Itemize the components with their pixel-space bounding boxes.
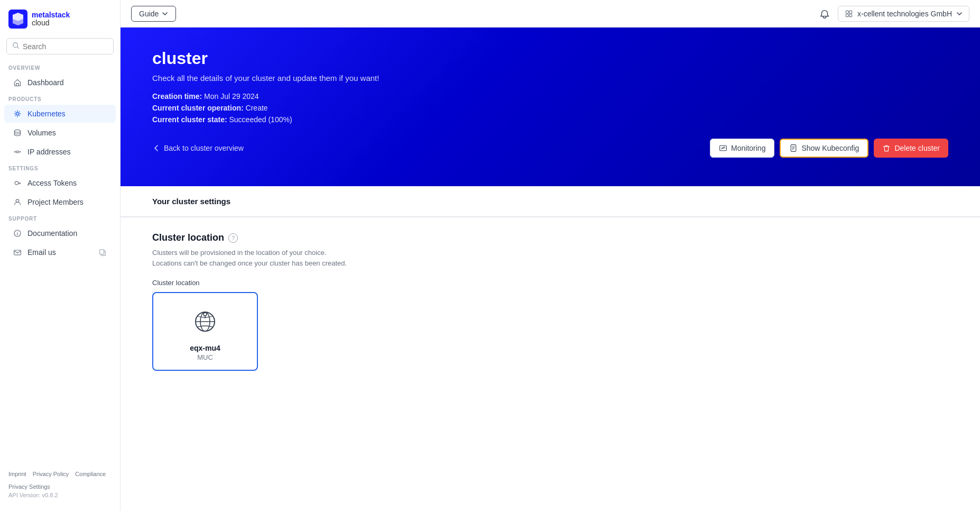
hero-actions: Back to cluster overview Monitoring Show… bbox=[152, 139, 948, 172]
location-card[interactable]: eqx-mu4 MUC bbox=[152, 292, 258, 371]
ip-icon bbox=[13, 147, 22, 157]
creation-time-label: Creation time: bbox=[152, 92, 202, 101]
svg-line-9 bbox=[19, 112, 20, 113]
back-link-label: Back to cluster overview bbox=[164, 144, 244, 152]
copy-email-button[interactable] bbox=[98, 248, 107, 257]
sidebar: metalstack cloud OVERVIEW Dashboard PROD… bbox=[0, 0, 121, 511]
svg-point-39 bbox=[204, 313, 207, 316]
org-button[interactable]: x-cellent technologies GmbH bbox=[838, 6, 969, 22]
page-title: cluster bbox=[152, 49, 948, 68]
guide-label: Guide bbox=[139, 10, 159, 18]
sidebar-item-dashboard[interactable]: Dashboard bbox=[4, 74, 116, 92]
chevron-left-icon bbox=[152, 144, 161, 152]
products-section-label: PRODUCTS bbox=[0, 92, 120, 104]
location-label: Cluster location bbox=[152, 279, 948, 287]
delete-cluster-button[interactable]: Delete cluster bbox=[874, 139, 948, 158]
show-kubeconfig-button[interactable]: Show Kubeconfig bbox=[780, 139, 868, 158]
cluster-location-title: Cluster location bbox=[152, 232, 224, 243]
svg-point-11 bbox=[14, 130, 20, 132]
person-icon bbox=[13, 197, 22, 207]
cluster-operation-value: Create bbox=[246, 104, 268, 112]
dashboard-label: Dashboard bbox=[27, 78, 64, 87]
sidebar-item-kubernetes[interactable]: Kubernetes bbox=[4, 105, 116, 123]
location-name: eqx-mu4 bbox=[190, 344, 220, 352]
email-us-label: Email us bbox=[27, 248, 56, 257]
action-buttons: Monitoring Show Kubeconfig Delete cluste… bbox=[710, 139, 948, 158]
svg-point-13 bbox=[14, 151, 15, 152]
svg-point-17 bbox=[15, 181, 18, 185]
cluster-operation-label: Current cluster operation: bbox=[152, 104, 244, 112]
kubeconfig-icon bbox=[789, 144, 798, 152]
volumes-label: Volumes bbox=[27, 129, 56, 137]
svg-rect-26 bbox=[100, 250, 104, 254]
sidebar-item-ip-addresses[interactable]: IP addresses bbox=[4, 143, 116, 161]
content-area: cluster Check all the details of your cl… bbox=[121, 28, 980, 511]
kubeconfig-label: Show Kubeconfig bbox=[801, 144, 859, 152]
svg-rect-24 bbox=[14, 250, 21, 255]
bell-icon[interactable] bbox=[819, 8, 830, 20]
logo-top: metalstack bbox=[32, 11, 70, 19]
logo: metalstack cloud bbox=[0, 0, 120, 36]
location-globe-icon bbox=[190, 307, 220, 336]
location-desc-1: Clusters will be provisioned in the loca… bbox=[152, 249, 327, 257]
logo-text: metalstack cloud bbox=[32, 11, 70, 28]
docs-icon bbox=[13, 229, 22, 238]
svg-line-8 bbox=[19, 115, 20, 116]
cluster-operation: Current cluster operation: Create bbox=[152, 104, 948, 112]
settings-section-label: SETTINGS bbox=[0, 161, 120, 174]
sidebar-item-volumes[interactable]: Volumes bbox=[4, 124, 116, 142]
back-to-overview-link[interactable]: Back to cluster overview bbox=[152, 144, 244, 152]
page-subtitle: Check all the details of your cluster an… bbox=[152, 74, 948, 83]
logo-bottom: cloud bbox=[32, 19, 70, 27]
sidebar-item-documentation[interactable]: Documentation bbox=[4, 224, 116, 242]
documentation-label: Documentation bbox=[27, 229, 77, 238]
monitoring-button[interactable]: Monitoring bbox=[710, 139, 774, 158]
settings-header: Your cluster settings bbox=[121, 186, 980, 217]
topbar-right: x-cellent technologies GmbH bbox=[819, 6, 969, 22]
cluster-state: Current cluster state: Succeeded (100%) bbox=[152, 115, 948, 124]
cluster-state-value: Succeeded (100%) bbox=[229, 115, 292, 124]
svg-line-10 bbox=[15, 115, 16, 116]
metalstack-logo-icon bbox=[8, 10, 27, 29]
support-section-label: SUPPORT bbox=[0, 212, 120, 224]
search-input[interactable] bbox=[23, 42, 108, 51]
svg-rect-30 bbox=[849, 14, 852, 16]
sidebar-item-access-tokens[interactable]: Access Tokens bbox=[4, 174, 116, 192]
sidebar-item-project-members[interactable]: Project Members bbox=[4, 193, 116, 211]
monitoring-icon bbox=[719, 144, 727, 152]
delete-icon bbox=[882, 144, 891, 152]
svg-point-14 bbox=[20, 151, 21, 152]
svg-rect-29 bbox=[846, 14, 848, 16]
location-desc-2: Locations can't be changed once your clu… bbox=[152, 259, 347, 267]
search-icon bbox=[12, 42, 20, 51]
topbar: Guide x-cellent technologies GmbH bbox=[121, 0, 980, 28]
search-box[interactable] bbox=[6, 38, 114, 54]
svg-line-7 bbox=[15, 112, 16, 113]
svg-rect-27 bbox=[846, 11, 848, 13]
access-tokens-label: Access Tokens bbox=[27, 179, 77, 187]
compliance-link[interactable]: Compliance bbox=[75, 471, 106, 477]
email-icon bbox=[13, 248, 22, 257]
location-description: Clusters will be provisioned in the loca… bbox=[152, 248, 948, 268]
kubernetes-icon bbox=[13, 109, 22, 118]
imprint-link[interactable]: Imprint bbox=[8, 471, 26, 477]
help-icon[interactable]: ? bbox=[228, 233, 238, 243]
svg-point-12 bbox=[16, 151, 19, 153]
api-version: API Version: v0.8.2 bbox=[8, 492, 112, 498]
key-icon bbox=[13, 178, 22, 188]
ip-addresses-label: IP addresses bbox=[27, 148, 70, 156]
guide-button[interactable]: Guide bbox=[131, 6, 176, 22]
sidebar-item-email-us[interactable]: Email us bbox=[4, 243, 116, 261]
sidebar-footer: Imprint Privacy Policy Compliance Privac… bbox=[0, 467, 120, 503]
privacy-policy-link[interactable]: Privacy Policy bbox=[33, 471, 69, 477]
creation-time-value: Mon Jul 29 2024 bbox=[204, 92, 259, 101]
privacy-settings-link[interactable]: Privacy Settings bbox=[8, 483, 50, 490]
overview-section-label: OVERVIEW bbox=[0, 61, 120, 73]
creation-time: Creation time: Mon Jul 29 2024 bbox=[152, 92, 948, 101]
home-icon bbox=[13, 78, 22, 87]
svg-point-23 bbox=[17, 232, 17, 232]
chevron-down-icon-org bbox=[956, 11, 963, 17]
org-name: x-cellent technologies GmbH bbox=[857, 10, 952, 18]
cluster-state-label: Current cluster state: bbox=[152, 115, 227, 124]
hero-section: cluster Check all the details of your cl… bbox=[121, 28, 980, 186]
